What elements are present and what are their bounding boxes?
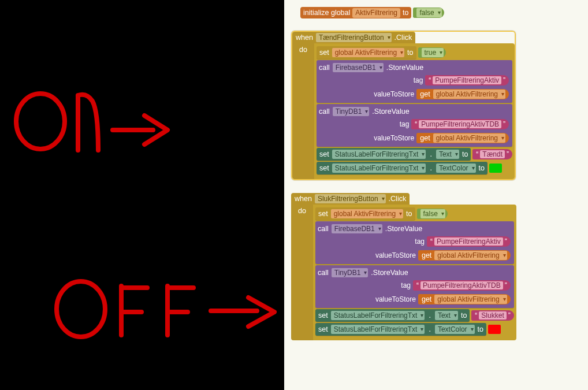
call-method[interactable]: call FirebaseDB1 .StoreValue tag “ Pumpe… <box>315 221 514 264</box>
boolean-value[interactable]: true <box>418 47 446 58</box>
property-dropdown[interactable]: TextColor <box>436 164 476 173</box>
arg-label: valueToStore <box>374 90 414 98</box>
set-property[interactable]: set StatusLabelForFiltreringTxt . Text t… <box>315 309 470 322</box>
boolean-value[interactable]: false <box>417 209 448 219</box>
component-dropdown[interactable]: SlukFiltreringButton <box>315 194 386 203</box>
set-property[interactable]: set StatusLabelForFiltreringTxt . TextCo… <box>317 162 487 174</box>
call-method[interactable]: call TinyDB1 .StoreValue tag “ PumpeFilt… <box>317 104 512 147</box>
event-header[interactable]: when TændFiltreringButton .Click <box>292 32 415 43</box>
boolean-dropdown[interactable]: true <box>422 48 444 57</box>
string-literal[interactable]: “ Tændt ” <box>472 149 512 159</box>
annotation-panel <box>0 0 284 390</box>
variable-dropdown[interactable]: global AktivFiltrering <box>434 251 507 260</box>
string-literal[interactable]: “ PumpeFiltreringAktivTDB ” <box>413 280 511 291</box>
do-label: do <box>292 43 314 179</box>
event-block[interactable]: when SlukFiltreringButton .Click do set … <box>291 193 583 340</box>
component-dropdown[interactable]: FirebaseDB1 <box>333 63 384 72</box>
color-swatch[interactable] <box>488 325 501 334</box>
arg-label: valueToStore <box>375 251 416 259</box>
event-block[interactable]: when TændFiltreringButton .Click do set … <box>291 31 583 180</box>
boolean-dropdown[interactable]: false <box>420 209 445 218</box>
get-variable[interactable]: get global AktivFiltrering <box>416 133 509 143</box>
arg-label: tag <box>370 281 411 289</box>
arg-label: tag <box>382 76 423 84</box>
component-dropdown[interactable]: StatusLabelForFiltreringTxt <box>331 311 425 320</box>
svg-point-0 <box>16 94 65 149</box>
component-dropdown[interactable]: StatusLabelForFiltreringTxt <box>332 150 426 159</box>
component-dropdown[interactable]: StatusLabelForFiltreringTxt <box>332 164 426 173</box>
boolean-value[interactable]: false <box>413 8 444 18</box>
get-variable[interactable]: get global AktivFiltrering <box>416 89 509 99</box>
svg-point-1 <box>57 281 105 337</box>
call-method[interactable]: call TinyDB1 .StoreValue tag “ PumpeFilt… <box>315 265 514 308</box>
set-variable[interactable]: set global AktivFiltrering to <box>317 46 416 59</box>
component-dropdown[interactable]: TinyDB1 <box>332 268 369 277</box>
get-variable[interactable]: get global AktivFiltrering <box>418 294 511 304</box>
component-dropdown[interactable]: TændFiltreringButton <box>316 33 392 42</box>
variable-dropdown[interactable]: global AktivFiltrering <box>434 295 507 304</box>
set-variable[interactable]: set global AktivFiltrering to <box>315 207 415 220</box>
property-dropdown[interactable]: Text <box>436 150 459 159</box>
variable-dropdown[interactable]: global AktivFiltrering <box>332 48 404 57</box>
get-variable[interactable]: get global AktivFiltrering <box>418 250 511 261</box>
color-swatch[interactable] <box>489 164 502 173</box>
arg-label: valueToStore <box>374 134 414 142</box>
set-property[interactable]: set StatusLabelForFiltreringTxt . Text t… <box>317 148 471 161</box>
call-method[interactable]: call FirebaseDB1 .StoreValue tag “ Pumpe… <box>317 60 512 103</box>
do-label: do <box>291 205 313 340</box>
component-dropdown[interactable]: TinyDB1 <box>333 107 370 116</box>
keyword-to: to <box>403 9 408 17</box>
arg-label: tag <box>369 120 409 128</box>
string-literal[interactable]: “ PumpeFiltreringAktiv ” <box>425 75 509 86</box>
component-dropdown[interactable]: StatusLabelForFiltreringTxt <box>331 325 425 334</box>
variable-dropdown[interactable]: global AktivFiltrering <box>433 133 505 143</box>
arg-label: valueToStore <box>375 295 416 303</box>
blocks-editor[interactable]: initialize global AktivFiltrering to fal… <box>284 0 588 390</box>
variable-dropdown[interactable]: global AktivFiltrering <box>433 90 505 99</box>
string-literal[interactable]: “ PumpeFiltreringAktiv ” <box>427 236 511 247</box>
initialize-global-block[interactable]: initialize global AktivFiltrering to fal… <box>300 6 583 19</box>
string-literal[interactable]: “ Slukket ” <box>471 310 513 321</box>
arg-label: tag <box>384 237 425 246</box>
variable-name[interactable]: AktivFiltrering <box>352 8 400 18</box>
string-literal[interactable]: “ PumpeFiltreringAktivTDB ” <box>411 119 509 129</box>
variable-dropdown[interactable]: global AktivFiltrering <box>331 209 403 218</box>
component-dropdown[interactable]: FirebaseDB1 <box>332 224 382 233</box>
handwriting-on-icon <box>0 0 284 390</box>
property-dropdown[interactable]: TextColor <box>435 325 475 334</box>
property-dropdown[interactable]: Text <box>435 311 458 320</box>
event-header[interactable]: when SlukFiltreringButton .Click <box>291 193 410 205</box>
set-property[interactable]: set StatusLabelForFiltreringTxt . TextCo… <box>315 323 486 336</box>
keyword-initialize: initialize global <box>303 9 350 17</box>
